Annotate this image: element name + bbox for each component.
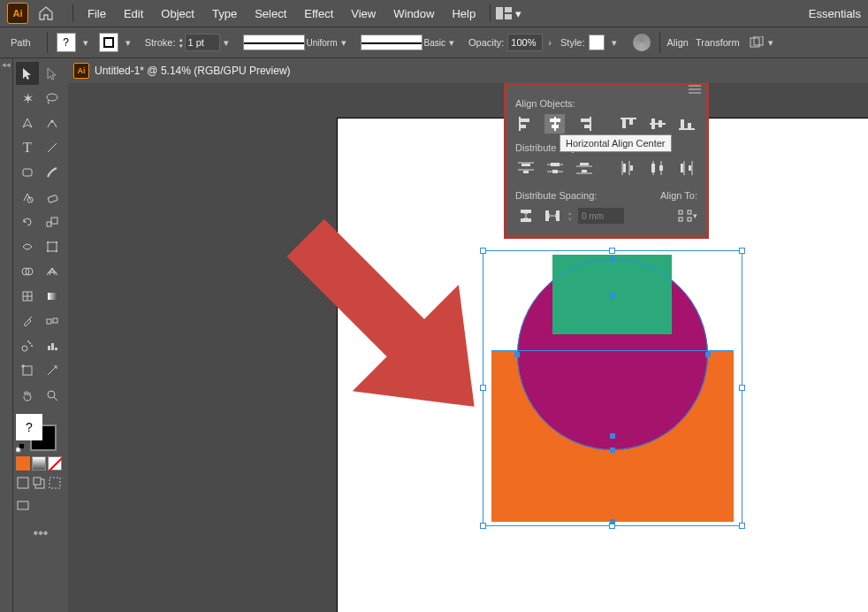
- rotate-tool[interactable]: [16, 210, 39, 233]
- svg-rect-99: [679, 210, 682, 214]
- screen-mode-icon[interactable]: [16, 499, 30, 513]
- brush-definition[interactable]: [361, 34, 423, 50]
- eraser-tool[interactable]: [41, 186, 64, 209]
- lasso-tool[interactable]: [41, 87, 64, 110]
- draw-behind-icon[interactable]: [32, 476, 46, 490]
- magic-wand-tool[interactable]: ✶: [16, 87, 39, 110]
- stroke-stepper-icon[interactable]: ▴▾: [179, 36, 183, 49]
- svg-rect-62: [629, 119, 633, 125]
- canvas-area[interactable]: Align Objects: Horizontal Align Center D…: [68, 83, 868, 612]
- type-tool[interactable]: T: [16, 136, 39, 159]
- document-tab-title[interactable]: Untitled-1* @ 5.14% (RGB/GPU Preview): [95, 65, 291, 77]
- menu-effect[interactable]: Effect: [295, 7, 342, 20]
- recolor-icon[interactable]: [633, 34, 651, 51]
- vertical-align-bottom-button[interactable]: [677, 114, 697, 134]
- horizontal-distribute-left-button[interactable]: [619, 158, 639, 178]
- horizontal-align-center-button[interactable]: [544, 114, 565, 134]
- column-graph-tool[interactable]: [41, 334, 64, 357]
- horizontal-distribute-space-button[interactable]: [542, 206, 563, 226]
- slice-tool[interactable]: [41, 359, 64, 382]
- menu-object[interactable]: Object: [152, 7, 203, 20]
- more-dropdown-icon[interactable]: ▾: [765, 36, 777, 49]
- edit-toolbar-icon[interactable]: •••: [16, 525, 65, 541]
- perspective-tool[interactable]: [41, 260, 64, 283]
- menu-view[interactable]: View: [342, 7, 385, 20]
- fill-swatch[interactable]: ?: [57, 33, 76, 52]
- menu-window[interactable]: Window: [385, 7, 443, 20]
- zoom-tool[interactable]: [41, 384, 64, 407]
- width-tool[interactable]: [16, 235, 39, 258]
- gradient-mode-swatch[interactable]: [32, 456, 46, 470]
- vertical-distribute-top-button[interactable]: [515, 158, 536, 178]
- draw-inside-icon[interactable]: [48, 476, 62, 490]
- profile-dropdown-icon[interactable]: ▾: [338, 36, 350, 49]
- opacity-input[interactable]: [507, 34, 543, 51]
- line-tool[interactable]: [41, 136, 64, 159]
- fill-stroke-swatch[interactable]: ?: [16, 414, 60, 453]
- menu-file[interactable]: File: [79, 7, 115, 20]
- symbol-sprayer-tool[interactable]: [16, 334, 39, 357]
- spacing-stepper-icon[interactable]: ▴▾: [568, 210, 572, 222]
- align-link[interactable]: Align: [667, 37, 689, 48]
- gradient-tool[interactable]: [41, 285, 64, 308]
- opacity-flyout-icon[interactable]: ›: [548, 37, 552, 48]
- vertical-distribute-space-button[interactable]: [515, 206, 537, 226]
- vertical-distribute-bottom-button[interactable]: [574, 158, 594, 178]
- shape-builder-tool[interactable]: [16, 260, 39, 283]
- mesh-tool[interactable]: [16, 285, 39, 308]
- home-icon[interactable]: [35, 3, 57, 24]
- fill-dropdown-icon[interactable]: ▾: [80, 36, 92, 49]
- vertical-align-top-button[interactable]: [619, 114, 639, 134]
- vertical-align-center-button[interactable]: [648, 114, 668, 134]
- variable-width-profile[interactable]: [243, 34, 305, 50]
- align-panel: Align Objects: Horizontal Align Center D…: [504, 83, 709, 239]
- free-transform-tool[interactable]: [41, 235, 64, 258]
- transform-link[interactable]: Transform: [696, 37, 740, 48]
- menu-type[interactable]: Type: [203, 7, 246, 20]
- spacing-value-field[interactable]: 0 mm: [577, 207, 625, 225]
- rectangle-tool[interactable]: [16, 161, 39, 184]
- arrange-documents-icon[interactable]: ▾: [496, 7, 522, 20]
- scale-tool[interactable]: [41, 210, 64, 233]
- svg-point-14: [47, 241, 49, 243]
- svg-rect-68: [688, 123, 691, 128]
- blend-tool[interactable]: [41, 310, 64, 333]
- horizontal-align-right-button[interactable]: [574, 114, 594, 134]
- selection-tool[interactable]: [16, 62, 39, 85]
- svg-point-5: [47, 94, 57, 101]
- panel-options-icon[interactable]: [689, 84, 703, 96]
- shaper-tool[interactable]: [16, 186, 39, 209]
- stroke-swatch[interactable]: [99, 33, 118, 52]
- menu-select[interactable]: Select: [246, 7, 295, 20]
- horizontal-distribute-right-button[interactable]: [677, 158, 697, 178]
- vertical-distribute-center-button[interactable]: [544, 158, 565, 178]
- align-to-button[interactable]: ▾: [676, 206, 697, 226]
- svg-rect-86: [651, 164, 655, 172]
- draw-normal-icon[interactable]: [16, 476, 30, 490]
- menu-help[interactable]: Help: [443, 7, 484, 20]
- left-collapse-strip[interactable]: ◂◂: [0, 58, 13, 612]
- style-dropdown-icon[interactable]: ▾: [608, 36, 621, 49]
- brush-dropdown-icon[interactable]: ▾: [445, 36, 458, 49]
- menu-edit[interactable]: Edit: [115, 7, 152, 20]
- color-mode-swatch[interactable]: [16, 456, 30, 470]
- isolate-icon[interactable]: [749, 36, 765, 49]
- svg-rect-55: [550, 119, 560, 122]
- curvature-tool[interactable]: [41, 111, 64, 134]
- stroke-dropdown-icon[interactable]: ▾: [122, 36, 134, 49]
- direct-selection-tool[interactable]: [41, 62, 64, 85]
- default-fill-stroke-icon[interactable]: [16, 444, 25, 453]
- horizontal-align-left-button[interactable]: [515, 114, 536, 134]
- stroke-weight-dropdown-icon[interactable]: ▾: [220, 36, 232, 49]
- style-swatch[interactable]: [589, 34, 605, 50]
- eyedropper-tool[interactable]: [16, 310, 39, 333]
- pen-tool[interactable]: [16, 111, 39, 134]
- brush-tool[interactable]: [41, 161, 64, 184]
- none-mode-swatch[interactable]: [48, 456, 62, 470]
- horizontal-distribute-center-button[interactable]: [648, 158, 668, 178]
- artboard-tool[interactable]: [16, 359, 39, 382]
- hand-tool[interactable]: [16, 384, 39, 407]
- workspace-switcher[interactable]: Essentials: [809, 7, 861, 20]
- menu-bar: Ai File Edit Object Type Select Effect V…: [0, 0, 868, 27]
- stroke-weight-input[interactable]: [185, 34, 220, 51]
